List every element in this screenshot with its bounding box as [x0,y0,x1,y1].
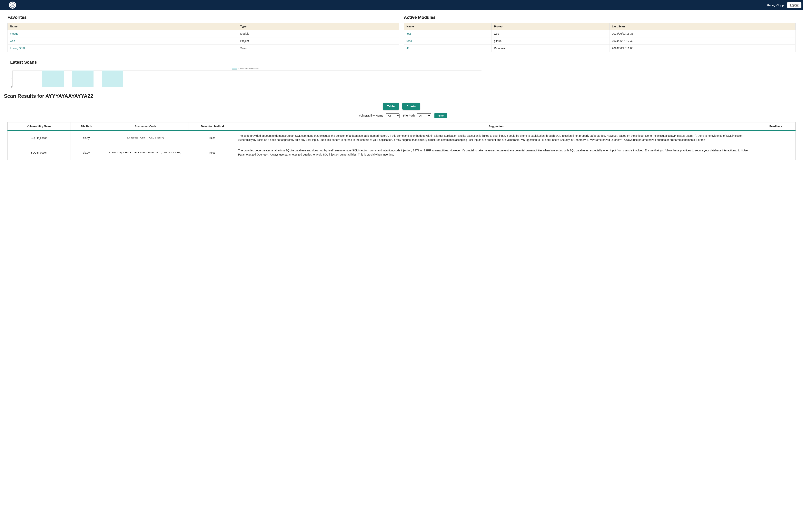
charts-view-button[interactable]: Charts [402,103,420,110]
active-modules-title: Active Modules [404,15,796,20]
am-col-project: Project [492,23,609,30]
favorite-link[interactable]: moggg [8,30,238,37]
am-col-lastscan: Last Scan [609,23,796,30]
result-suggestion: The provided code creates a table in a S… [236,145,756,160]
col-method: Detection Method [189,122,236,131]
favorites-panel: Favorites Name Type mogggModule webProje… [7,15,399,52]
table-row: testweb2024/06/23 16:33 [404,30,796,37]
vuln-filter-label: Vulnerability Name: [359,114,384,117]
favorite-type: Scan [238,45,399,52]
results-table: Vulnerability Name File Path Suspected C… [7,122,796,160]
col-vuln: Vulnerability Name [8,122,71,131]
favorites-title: Favorites [7,15,399,20]
result-code: c.execute("CREATE TABLE users (user text… [102,145,189,160]
path-filter-label: File Path: [403,114,415,117]
favorite-link[interactable]: testing SSTI [8,45,238,52]
active-modules-panel: Active Modules Name Project Last Scan te… [404,15,796,52]
favorite-type: Module [238,30,399,37]
module-project: web [492,30,609,37]
result-feedback[interactable] [756,130,796,145]
chart-legend-label: Number of Vulnerabilities [238,68,259,70]
am-col-name: Name [404,23,492,30]
favorites-col-type: Type [238,23,399,30]
module-link[interactable]: repo [404,37,492,45]
latest-scans-title: Latest Scans [10,60,796,65]
module-lastscan: 2024/06/21 17:42 [609,37,796,45]
table-row: repogithub2024/06/21 17:42 [404,37,796,45]
result-code: c.execute("DROP TABLE users") [102,130,189,145]
latest-scans-panel: Latest Scans Number of Vulnerabilities 1… [7,60,796,87]
module-project: Database [492,45,609,52]
favorite-type: Project [238,37,399,45]
module-link[interactable]: JJ [404,45,492,52]
module-project: github [492,37,609,45]
result-method: rules [189,145,236,160]
latest-scans-chart: Number of Vulnerabilities 1 0 [10,68,481,87]
table-view-button[interactable]: Table [383,103,399,110]
col-code: Suspected Code [102,122,189,131]
ytick: 1 [11,78,12,80]
result-vuln: SQL-Injection [8,130,71,145]
menu-icon[interactable] [2,3,7,7]
favorites-col-name: Name [8,23,238,30]
header-left [2,2,16,8]
col-suggestion: Suggestion [236,122,756,131]
favorites-table: Name Type mogggModule webProject testing… [7,23,399,52]
chart-bar [102,71,123,87]
result-suggestion: The code provided appears to demonstrate… [236,130,756,145]
chart-legend: Number of Vulnerabilities [10,68,481,70]
path-filter-select[interactable]: All [417,113,431,118]
module-lastscan: 2024/06/17 11:03 [609,45,796,52]
result-row: SQL-Injection db.py c.execute("CREATE TA… [8,145,796,160]
filter-row: Vulnerability Name: All File Path: All F… [7,113,796,118]
module-lastscan: 2024/06/23 16:33 [609,30,796,37]
view-toggle: Table Charts [7,103,796,110]
greeting-text: Hello, Klopp [767,3,784,7]
app-logo [9,2,16,8]
result-row: SQL-Injection db.py c.execute("DROP TABL… [8,130,796,145]
table-row: webProject [8,37,399,45]
header-right: Hello, Klopp Logout [767,2,801,8]
col-feedback: Feedback [756,122,796,131]
active-modules-table: Name Project Last Scan testweb2024/06/23… [404,23,796,52]
col-path: File Path [71,122,102,131]
table-row: testing SSTIScan [8,45,399,52]
module-link[interactable]: test [404,30,492,37]
scan-results-title: Scan Results for AYYYAYAAYAYYA22 [4,93,796,99]
app-header: Hello, Klopp Logout [0,0,803,10]
table-row: mogggModule [8,30,399,37]
favorite-link[interactable]: web [8,37,238,45]
result-method: rules [189,130,236,145]
logout-button[interactable]: Logout [787,2,801,8]
result-path: db.py [71,130,102,145]
result-feedback[interactable] [756,145,796,160]
table-row: JJDatabase2024/06/17 11:03 [404,45,796,52]
chart-bar [42,71,64,87]
ytick: 0 [11,86,12,88]
result-path: db.py [71,145,102,160]
chart-bar [72,71,93,87]
result-vuln: SQL-Injection [8,145,71,160]
vuln-filter-select[interactable]: All [386,113,400,118]
filter-button[interactable]: Filter [435,113,447,118]
